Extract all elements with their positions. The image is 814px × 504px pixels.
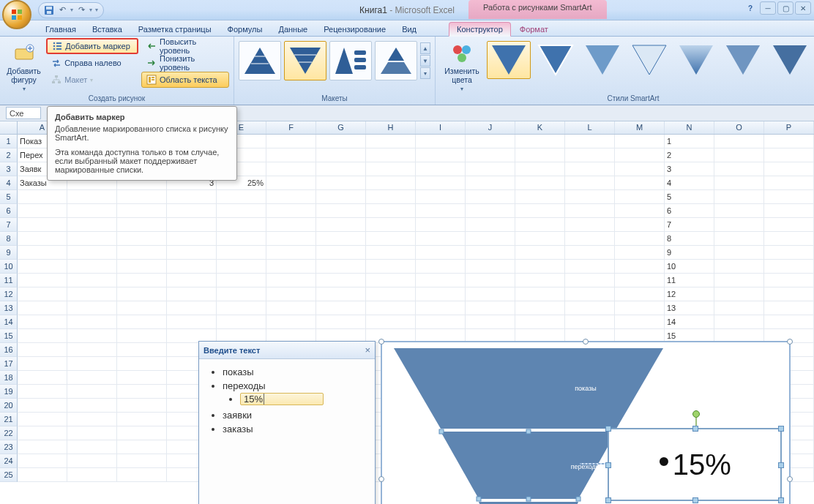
cell[interactable] <box>416 274 466 287</box>
save-icon[interactable] <box>43 4 55 16</box>
cell[interactable] <box>565 260 615 274</box>
cell[interactable] <box>316 218 366 232</box>
tab-designer[interactable]: Конструктор <box>449 22 511 37</box>
cell[interactable] <box>67 329 117 343</box>
cell[interactable] <box>217 260 266 274</box>
cell[interactable] <box>167 204 217 218</box>
cell[interactable] <box>615 246 665 260</box>
cell[interactable] <box>615 315 665 329</box>
cell[interactable] <box>764 135 814 148</box>
cell[interactable] <box>366 148 416 162</box>
cell[interactable] <box>615 190 665 204</box>
cell[interactable] <box>416 246 466 260</box>
cell[interactable] <box>266 232 316 246</box>
cell[interactable] <box>316 176 366 190</box>
row-header[interactable]: 10 <box>0 260 18 274</box>
cell[interactable] <box>266 148 316 162</box>
cell[interactable] <box>316 315 366 329</box>
row-header[interactable]: 11 <box>0 274 18 287</box>
cell[interactable] <box>18 190 67 204</box>
cell[interactable] <box>18 454 67 468</box>
cell[interactable] <box>565 176 615 190</box>
resize-handle[interactable] <box>583 339 589 345</box>
cell[interactable] <box>714 274 764 287</box>
cell[interactable] <box>366 218 416 232</box>
col-header[interactable]: G <box>316 121 366 134</box>
cell[interactable] <box>466 176 515 190</box>
row-header[interactable]: 15 <box>0 329 18 343</box>
cell[interactable] <box>466 135 515 148</box>
close-button[interactable]: ✕ <box>795 1 811 15</box>
select-all-corner[interactable] <box>0 121 18 134</box>
text-pane-body[interactable]: показы переходы 15% заявки заказы <box>199 359 375 504</box>
row-header[interactable]: 9 <box>0 246 18 260</box>
cell[interactable]: 10 <box>665 260 714 274</box>
cell[interactable] <box>117 287 167 301</box>
shape-handle[interactable] <box>605 462 611 468</box>
shape-handle[interactable] <box>692 497 698 503</box>
cell[interactable] <box>316 260 366 274</box>
cell[interactable] <box>18 232 67 246</box>
cell[interactable] <box>18 218 67 232</box>
cell[interactable] <box>565 204 615 218</box>
cell[interactable] <box>615 148 665 162</box>
cell[interactable] <box>565 301 615 315</box>
cell[interactable] <box>217 287 266 301</box>
cell[interactable] <box>217 204 266 218</box>
cell[interactable] <box>18 204 67 218</box>
tab-page-layout[interactable]: Разметка страницы <box>131 23 219 36</box>
col-header[interactable]: P <box>764 121 814 134</box>
cell[interactable] <box>366 232 416 246</box>
cell[interactable] <box>18 287 67 301</box>
row-header[interactable]: 4 <box>0 176 18 190</box>
qat-customize-icon[interactable]: ▾ <box>94 7 99 13</box>
cell[interactable] <box>67 287 117 301</box>
cell[interactable] <box>515 232 565 246</box>
cell[interactable] <box>316 232 366 246</box>
change-colors-button[interactable]: Изменить цвета ▾ <box>440 38 484 93</box>
name-box[interactable]: Схе <box>6 107 41 119</box>
cell[interactable] <box>67 232 117 246</box>
cell[interactable]: 14 <box>665 315 714 329</box>
cell[interactable] <box>167 232 217 246</box>
cell[interactable] <box>466 246 515 260</box>
cell[interactable] <box>366 162 416 176</box>
row-header[interactable]: 17 <box>0 357 18 371</box>
style-option-1[interactable] <box>487 41 531 79</box>
shape-handle[interactable] <box>605 497 611 503</box>
cell[interactable] <box>217 218 266 232</box>
cell[interactable] <box>167 246 217 260</box>
cell[interactable] <box>416 232 466 246</box>
cell[interactable]: 11 <box>665 274 714 287</box>
cell[interactable] <box>764 260 814 274</box>
cell[interactable] <box>466 315 515 329</box>
cell[interactable] <box>117 371 167 385</box>
tab-data[interactable]: Данные <box>271 23 315 36</box>
cell[interactable] <box>316 148 366 162</box>
col-header[interactable]: J <box>466 121 515 134</box>
cell[interactable] <box>466 218 515 232</box>
cell[interactable] <box>167 287 217 301</box>
cell[interactable] <box>714 176 764 190</box>
cell[interactable] <box>416 135 466 148</box>
cell[interactable]: 8 <box>665 232 714 246</box>
cell[interactable]: 7 <box>665 218 714 232</box>
cell[interactable] <box>266 315 316 329</box>
cell[interactable] <box>117 315 167 329</box>
maximize-button[interactable]: ▢ <box>777 1 794 15</box>
cell[interactable] <box>764 204 814 218</box>
cell[interactable] <box>466 190 515 204</box>
cell[interactable] <box>18 274 67 287</box>
cell[interactable] <box>366 135 416 148</box>
cell[interactable] <box>615 204 665 218</box>
cell[interactable] <box>515 218 565 232</box>
layout-option-pyramid-list[interactable] <box>329 41 372 80</box>
cell[interactable] <box>18 357 67 371</box>
cell[interactable] <box>217 274 266 287</box>
cell[interactable] <box>67 371 117 385</box>
row-header[interactable]: 8 <box>0 232 18 246</box>
cell[interactable] <box>117 413 167 426</box>
cell[interactable] <box>167 274 217 287</box>
add-shape-button[interactable]: Добавить фигуру ▾ <box>4 38 43 93</box>
cell[interactable] <box>67 357 117 371</box>
